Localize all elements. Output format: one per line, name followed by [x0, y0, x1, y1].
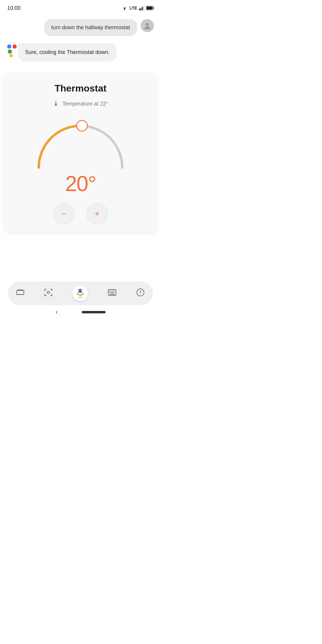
temperature-display: 20°	[11, 171, 150, 196]
thermostat-gauge	[30, 112, 131, 172]
svg-rect-2	[140, 8, 141, 10]
user-message-row: turn down the hallway thermostat	[7, 19, 154, 36]
assistant-bubble: Sure, cooling the Thermostat down.	[18, 43, 117, 61]
svg-rect-19	[111, 291, 112, 292]
svg-rect-25	[114, 292, 114, 293]
svg-rect-14	[78, 291, 82, 293]
gauge-container	[30, 112, 131, 172]
lens-icon[interactable]	[16, 289, 24, 298]
svg-rect-22	[109, 292, 110, 293]
svg-point-0	[124, 10, 125, 11]
dot-red	[13, 44, 17, 49]
status-bar: 10:00 LTE	[0, 0, 161, 14]
plus-icon: +	[95, 209, 100, 219]
microphone-button[interactable]	[72, 286, 88, 301]
avatar-icon	[143, 21, 151, 30]
status-time: 10:00	[7, 5, 21, 11]
wifi-icon	[121, 6, 128, 10]
svg-rect-20	[112, 291, 113, 292]
svg-rect-9	[17, 290, 24, 295]
decrease-temp-button[interactable]: −	[53, 203, 75, 225]
scan-icon[interactable]	[44, 288, 52, 298]
thermostat-card: Thermostat 🌡 Temperature at 22° 20° − +	[4, 73, 157, 233]
thermostat-title: Thermostat	[11, 83, 150, 94]
dot-yellow	[10, 54, 13, 57]
svg-point-27	[137, 289, 144, 296]
user-avatar	[141, 19, 154, 32]
lte-label: LTE	[130, 6, 137, 10]
svg-rect-6	[153, 7, 154, 9]
compass-icon[interactable]	[136, 288, 145, 298]
svg-rect-26	[110, 294, 114, 295]
back-button[interactable]: ‹	[55, 308, 58, 316]
home-indicator[interactable]	[82, 311, 106, 313]
thermometer-icon: 🌡	[53, 100, 59, 108]
svg-rect-18	[109, 291, 110, 292]
svg-rect-11	[18, 289, 23, 290]
gauge-handle[interactable]	[77, 120, 87, 131]
svg-rect-21	[114, 291, 114, 292]
svg-rect-1	[139, 9, 140, 10]
assistant-message-text: Sure, cooling the Thermostat down.	[25, 49, 110, 55]
status-icons: LTE	[121, 6, 154, 10]
controls-row: − +	[11, 203, 150, 225]
keyboard-icon[interactable]	[108, 289, 116, 298]
minus-icon: −	[61, 209, 66, 219]
dot-green	[8, 49, 12, 54]
svg-rect-4	[143, 6, 144, 10]
assistant-row: Sure, cooling the Thermostat down.	[7, 43, 154, 61]
google-assistant-dots	[7, 43, 17, 57]
dot-blue	[7, 44, 11, 49]
svg-point-8	[146, 23, 149, 26]
temp-label-row: 🌡 Temperature at 22°	[11, 100, 150, 108]
svg-rect-24	[112, 292, 113, 293]
battery-icon	[146, 6, 154, 10]
svg-rect-23	[111, 292, 112, 293]
user-bubble: turn down the hallway thermostat	[44, 19, 137, 36]
svg-point-12	[47, 291, 49, 294]
chat-area: turn down the hallway thermostat Sure, c…	[0, 14, 161, 71]
signal-icon	[139, 6, 144, 10]
nav-bar: ‹	[0, 306, 161, 318]
svg-rect-3	[142, 7, 143, 10]
bottom-toolbar	[8, 281, 153, 305]
increase-temp-button[interactable]: +	[86, 203, 108, 225]
temp-label-text: Temperature at 22°	[62, 101, 108, 107]
svg-rect-7	[147, 7, 152, 10]
user-message-text: turn down the hallway thermostat	[51, 24, 130, 30]
